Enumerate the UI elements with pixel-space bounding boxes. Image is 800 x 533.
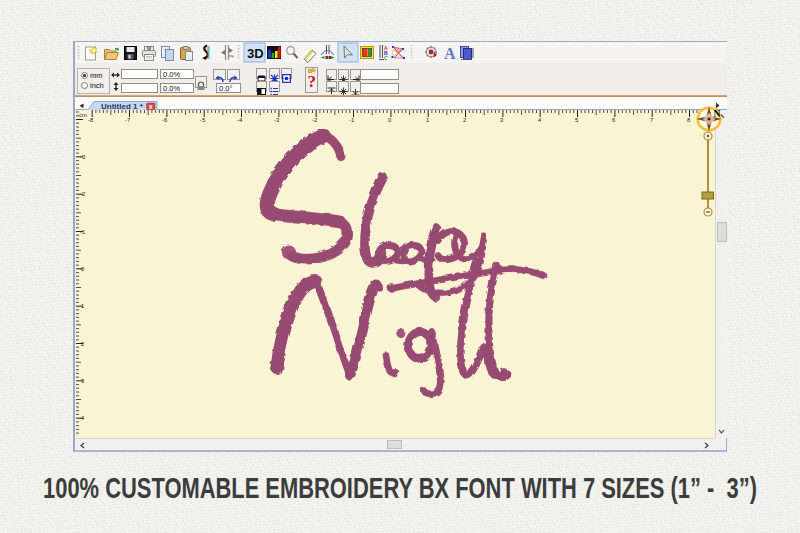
svg-text:4: 4 xyxy=(81,415,85,421)
svg-text:7: 7 xyxy=(650,117,653,123)
svg-text:3D: 3D xyxy=(247,46,264,61)
svg-text:0: 0 xyxy=(388,117,391,123)
svg-text:2: 2 xyxy=(81,341,84,347)
svg-text:-3: -3 xyxy=(274,117,279,123)
svg-text:-2: -2 xyxy=(312,117,317,123)
svg-text:-2: -2 xyxy=(80,191,85,197)
svg-text:-7: -7 xyxy=(125,117,130,123)
svg-text:C: C xyxy=(384,55,388,61)
svg-text:-4: -4 xyxy=(237,117,243,123)
svg-text:1: 1 xyxy=(81,303,84,309)
svg-text:cm: cm xyxy=(79,112,87,118)
svg-text:-6: -6 xyxy=(162,117,167,123)
svg-text:2: 2 xyxy=(463,117,466,123)
svg-text:3: 3 xyxy=(81,378,84,384)
svg-text:1: 1 xyxy=(426,117,429,123)
svg-text:-1: -1 xyxy=(349,117,354,123)
svg-text:4: 4 xyxy=(538,117,542,123)
svg-text:-5: -5 xyxy=(200,117,205,123)
svg-text:?: ? xyxy=(308,72,317,91)
svg-text:-8: -8 xyxy=(88,117,93,123)
svg-text:x: x xyxy=(149,103,153,110)
svg-text:-3: -3 xyxy=(80,154,85,160)
svg-text:-1: -1 xyxy=(80,229,85,235)
svg-text:6: 6 xyxy=(612,117,615,123)
svg-text:3: 3 xyxy=(500,117,503,123)
svg-text:N: N xyxy=(714,109,721,119)
svg-text:A: A xyxy=(444,45,456,62)
svg-text:0: 0 xyxy=(81,266,84,272)
svg-text:5: 5 xyxy=(575,117,578,123)
